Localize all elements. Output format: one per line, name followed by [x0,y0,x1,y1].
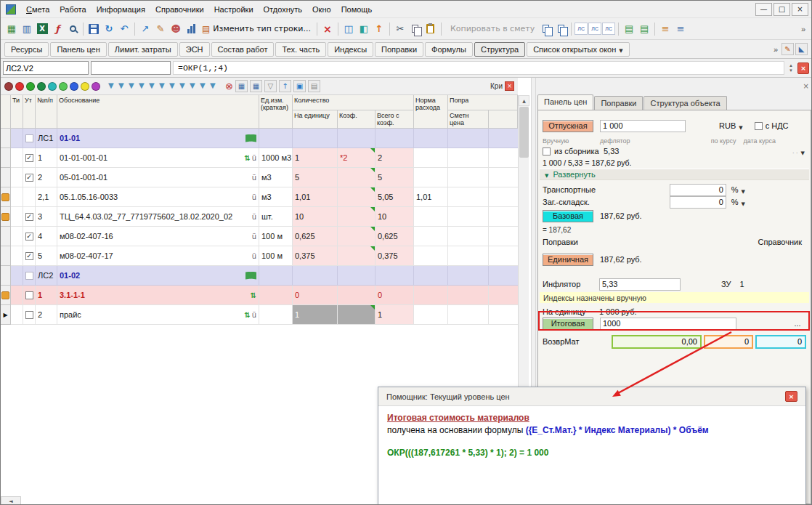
cell-approved[interactable] [23,207,36,227]
warehouse-unit-dropdown[interactable] [739,195,745,209]
return-materials-unit-input[interactable]: 0 [704,335,753,349]
approved-checkbox[interactable] [25,134,33,142]
filter-funnel-icon[interactable] [190,81,198,92]
approved-checkbox[interactable] [25,252,33,260]
criteria-close-icon[interactable]: × [505,81,514,91]
funnel-small-icon[interactable]: ▽ [264,80,277,92]
color-filter-dot[interactable] [15,82,24,91]
filter-funnel-icon[interactable] [200,81,208,92]
cell-number[interactable]: 2,1 [36,187,57,207]
color-filter-dot[interactable] [59,82,68,91]
cell-type[interactable] [11,129,23,148]
cell-type[interactable] [11,305,23,325]
total-price-button[interactable]: Итоговая [543,318,593,330]
cell-approved[interactable] [23,227,36,246]
tabs-overflow-icon[interactable]: » [771,45,780,54]
cell-unit[interactable] [259,305,293,325]
cell-coefficient[interactable] [338,168,375,187]
helper-pencil-icon[interactable]: ✎ [781,43,794,55]
row-select-margin[interactable]: ▶ [1,305,11,325]
row-select-margin[interactable] [1,266,11,286]
tab-panel-cen[interactable]: Панель цен [50,42,106,57]
zero-resources-icon[interactable]: ü [252,252,256,260]
clear-filter-icon[interactable]: ⊗ [225,81,233,92]
cell-coefficient[interactable] [338,305,375,325]
cell-qty-total[interactable]: 5,05 [375,187,414,207]
cell-qty-per-unit[interactable]: 1 [293,148,338,168]
cell-qty-per-unit[interactable]: 5 [293,168,338,187]
approved-checkbox[interactable] [25,233,33,241]
horizontal-scrollbar-fragment[interactable]: ◄ [1,496,21,505]
filter-funnel-icon[interactable] [149,81,157,92]
tab-sostav-rabot[interactable]: Состав работ [211,42,275,57]
cell-price[interactable] [448,148,489,168]
local-estimate-icon[interactable]: ЛС [588,23,601,35]
table-row[interactable]: 5 м08-02-407-17ü 100 м 0,375 0,375 [1,246,518,266]
color-filter-dot[interactable] [81,82,89,91]
tab-esn[interactable]: ЭСН [179,42,210,57]
zero-resources-icon[interactable]: ü [252,193,256,201]
paste-icon[interactable] [423,22,438,36]
cell-qty-per-unit[interactable]: 0,625 [293,227,338,246]
cell-justification[interactable]: прайс⇅ü [57,305,259,325]
cell-type[interactable] [11,207,23,227]
cell-coefficient[interactable] [338,187,375,207]
toolbar-overflow-icon[interactable]: » [799,25,808,33]
delete-icon[interactable]: × [320,22,335,36]
filter-funnel-icon[interactable] [139,81,147,92]
cell-justification[interactable]: ТЦ_64.4.03.02_77_7719775602_18.02.2020_0… [57,207,259,227]
approved-checkbox[interactable] [25,213,33,221]
cell-norm[interactable] [414,207,448,227]
price-arrows-icon[interactable]: ⇅ [244,154,250,162]
cell-justification[interactable]: 01-01-001-01⇅ü [57,148,259,168]
cell-justification[interactable]: 01-02 [57,266,259,286]
copy-sheet-icon[interactable] [538,22,553,36]
cell-justification[interactable]: 05-01-001-01ü [57,168,259,187]
change-row-type-button[interactable]: ▤ Изменить тип строки... [199,22,314,36]
move-up-small-icon[interactable]: ↑ [279,80,291,92]
more-button[interactable]: ... [789,318,806,329]
row-select-margin[interactable] [1,286,11,305]
cell-approved[interactable] [23,168,36,187]
cell-norm[interactable] [414,129,448,148]
expand-section-toggle[interactable]: Развернуть [540,169,809,180]
tab-formuly[interactable]: Формулы [425,42,473,57]
cell-price[interactable] [448,246,489,266]
cell-approved[interactable] [23,129,36,148]
search-icon[interactable] [65,22,80,36]
norm-book-icon[interactable]: ▤ [637,22,651,36]
cell-qty-total[interactable] [375,266,414,286]
cell-number[interactable]: ЛС2 [36,266,57,286]
cell-number[interactable]: 5 [36,246,57,266]
cell-justification[interactable]: 01-01 [57,129,259,148]
inflator-input[interactable]: 5,33 [599,278,681,291]
tab-object-structure[interactable]: Структура объекта [643,96,726,110]
name-box[interactable] [91,61,171,75]
cell-approved[interactable] [23,266,36,286]
approved-checkbox[interactable] [25,291,33,299]
add-table-icon[interactable]: ▦ [4,22,19,36]
cell-number[interactable]: 4 [36,227,57,246]
cell-coefficient[interactable] [338,266,375,286]
color-filter-dot[interactable] [26,82,35,91]
cell-norm[interactable]: 1,01 [414,187,448,207]
filter-funnel-icon[interactable] [179,81,187,92]
scroll-up-button[interactable]: ▲ [519,95,529,106]
color-filter-dot[interactable] [4,82,13,91]
row-select-margin[interactable] [1,227,11,246]
table-row-error[interactable]: 1 3.1-1-1⇅ 0 0 [1,286,518,305]
cell-unit[interactable] [259,266,293,286]
cell-coefficient[interactable] [338,246,375,266]
approved-checkbox[interactable] [25,154,33,162]
cell-approved[interactable] [23,286,36,305]
layers-icon[interactable]: ◧ [357,22,371,36]
local-estimate-icon[interactable]: ЛС [575,23,588,35]
cell-number[interactable]: 1 [36,286,57,305]
cell-justification[interactable]: м08-02-407-16ü [57,227,259,246]
box-icon[interactable]: ▣ [293,80,306,92]
cell-unit[interactable] [259,129,293,148]
table-row[interactable]: 2 05-01-001-01ü м3 5 5 [1,168,518,187]
minimize-button[interactable]: — [755,3,772,16]
table-row-group[interactable]: ЛС2 01-02 [1,266,518,286]
cell-unit[interactable]: 100 м [259,227,293,246]
